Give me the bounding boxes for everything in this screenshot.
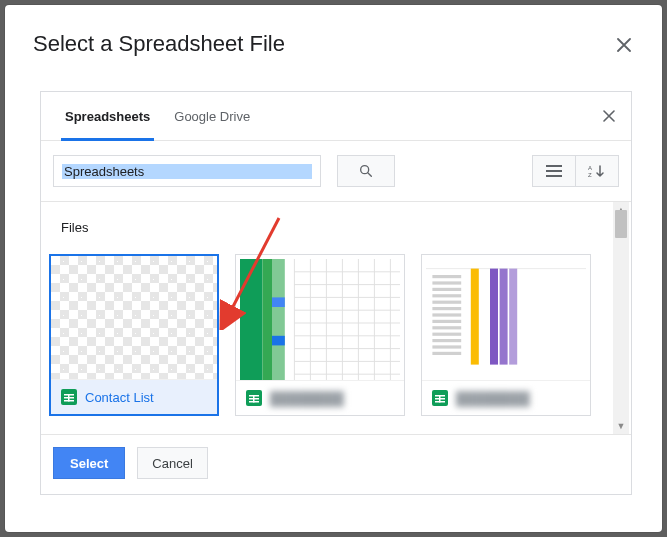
- svg-rect-51: [432, 320, 461, 323]
- search-input-wrap: [53, 155, 321, 187]
- svg-rect-53: [432, 333, 461, 336]
- svg-rect-11: [68, 394, 70, 402]
- svg-rect-50: [432, 313, 461, 316]
- file-title: ████████: [456, 391, 530, 406]
- tab-close-icon[interactable]: [599, 106, 619, 126]
- svg-rect-43: [509, 269, 517, 365]
- svg-rect-47: [432, 294, 461, 297]
- file-title: Contact List: [85, 390, 154, 405]
- cancel-button[interactable]: Cancel: [137, 447, 207, 479]
- svg-text:Z: Z: [588, 172, 592, 178]
- sort-az-icon[interactable]: A Z: [576, 155, 619, 187]
- svg-rect-3: [546, 170, 562, 172]
- svg-text:A: A: [588, 165, 592, 171]
- picker-panel: Spreadsheets Google Drive A: [40, 91, 632, 495]
- file-card[interactable]: ████████: [421, 254, 591, 416]
- svg-rect-49: [432, 307, 461, 310]
- svg-rect-13: [262, 259, 272, 380]
- file-thumbnail: [422, 255, 590, 380]
- file-card[interactable]: ████████: [235, 254, 405, 416]
- file-title: ████████: [270, 391, 344, 406]
- file-thumbnail: [51, 256, 217, 379]
- svg-rect-56: [432, 352, 461, 355]
- svg-rect-42: [500, 269, 508, 365]
- sheets-icon: [432, 390, 448, 406]
- svg-rect-15: [272, 297, 285, 307]
- scrollbar[interactable]: ▲ ▼: [613, 202, 629, 434]
- file-card[interactable]: Contact List: [49, 254, 219, 416]
- tab-spreadsheets[interactable]: Spreadsheets: [53, 92, 162, 140]
- svg-rect-4: [546, 175, 562, 177]
- svg-rect-46: [432, 288, 461, 291]
- search-input[interactable]: [62, 164, 312, 179]
- file-caption: ████████: [422, 380, 590, 415]
- file-thumbnail: [236, 255, 404, 380]
- file-picker-dialog: Select a Spreadsheet File Spreadsheets G…: [5, 5, 662, 532]
- svg-point-0: [361, 166, 369, 174]
- file-caption: ████████: [236, 380, 404, 415]
- svg-rect-41: [490, 269, 498, 365]
- svg-rect-61: [439, 395, 441, 403]
- scrollbar-thumb[interactable]: [615, 210, 627, 238]
- tab-google-drive[interactable]: Google Drive: [162, 92, 262, 140]
- sheets-icon: [61, 389, 77, 405]
- list-view-icon[interactable]: [532, 155, 576, 187]
- controls-row: A Z: [41, 141, 631, 201]
- svg-rect-2: [546, 165, 562, 167]
- sheets-icon: [246, 390, 262, 406]
- action-row: Select Cancel: [41, 434, 631, 491]
- svg-line-1: [368, 173, 371, 176]
- file-grid: Contact List: [49, 254, 609, 416]
- files-area: Files Contact List: [41, 201, 631, 434]
- files-section-label: Files: [61, 220, 88, 235]
- svg-rect-12: [240, 259, 262, 380]
- svg-rect-55: [432, 345, 461, 348]
- file-caption: Contact List: [51, 379, 217, 414]
- svg-rect-16: [272, 336, 285, 346]
- dialog-title: Select a Spreadsheet File: [33, 31, 285, 57]
- svg-rect-45: [432, 281, 461, 284]
- svg-rect-54: [432, 339, 461, 342]
- select-button[interactable]: Select: [53, 447, 125, 479]
- search-button[interactable]: [337, 155, 395, 187]
- tab-bar: Spreadsheets Google Drive: [41, 92, 631, 141]
- close-icon[interactable]: [612, 33, 636, 57]
- svg-rect-14: [272, 259, 285, 380]
- svg-rect-48: [432, 301, 461, 304]
- svg-rect-52: [432, 326, 461, 329]
- view-controls: A Z: [532, 155, 619, 187]
- scroll-down-icon[interactable]: ▼: [613, 418, 629, 434]
- svg-rect-40: [471, 269, 479, 365]
- svg-rect-44: [432, 275, 461, 278]
- svg-rect-38: [253, 395, 255, 403]
